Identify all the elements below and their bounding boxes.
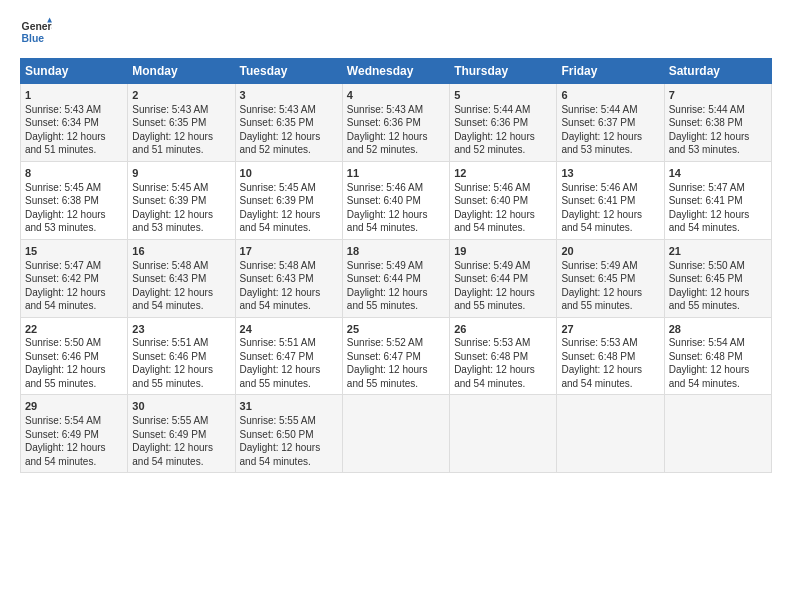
- day-info-line: Daylight: 12 hours: [25, 130, 123, 144]
- calendar-cell: 1Sunrise: 5:43 AMSunset: 6:34 PMDaylight…: [21, 84, 128, 162]
- calendar-cell: 30Sunrise: 5:55 AMSunset: 6:49 PMDayligh…: [128, 395, 235, 473]
- day-info-line: Sunset: 6:38 PM: [669, 116, 767, 130]
- day-info-line: Sunrise: 5:53 AM: [454, 336, 552, 350]
- day-info-line: Daylight: 12 hours: [132, 441, 230, 455]
- day-info-line: Sunrise: 5:46 AM: [347, 181, 445, 195]
- day-info-line: Sunset: 6:35 PM: [240, 116, 338, 130]
- day-info-line: Sunrise: 5:43 AM: [132, 103, 230, 117]
- day-info-line: Sunrise: 5:43 AM: [25, 103, 123, 117]
- day-info-line: and 54 minutes.: [669, 221, 767, 235]
- day-info-line: Sunset: 6:43 PM: [240, 272, 338, 286]
- calendar-cell: 26Sunrise: 5:53 AMSunset: 6:48 PMDayligh…: [450, 317, 557, 395]
- day-number: 8: [25, 166, 123, 181]
- day-info-line: Sunrise: 5:47 AM: [669, 181, 767, 195]
- calendar-cell: 23Sunrise: 5:51 AMSunset: 6:46 PMDayligh…: [128, 317, 235, 395]
- day-info-line: and 55 minutes.: [240, 377, 338, 391]
- calendar-cell: 12Sunrise: 5:46 AMSunset: 6:40 PMDayligh…: [450, 161, 557, 239]
- day-info-line: Sunset: 6:41 PM: [669, 194, 767, 208]
- calendar-cell: 11Sunrise: 5:46 AMSunset: 6:40 PMDayligh…: [342, 161, 449, 239]
- day-info-line: Sunrise: 5:49 AM: [561, 259, 659, 273]
- svg-text:General: General: [22, 21, 52, 32]
- day-number: 4: [347, 88, 445, 103]
- day-number: 14: [669, 166, 767, 181]
- calendar-cell: 9Sunrise: 5:45 AMSunset: 6:39 PMDaylight…: [128, 161, 235, 239]
- week-row-4: 29Sunrise: 5:54 AMSunset: 6:49 PMDayligh…: [21, 395, 772, 473]
- svg-marker-2: [47, 18, 52, 23]
- calendar-cell: 18Sunrise: 5:49 AMSunset: 6:44 PMDayligh…: [342, 239, 449, 317]
- day-number: 5: [454, 88, 552, 103]
- day-info-line: Sunset: 6:39 PM: [240, 194, 338, 208]
- day-info-line: Sunrise: 5:55 AM: [132, 414, 230, 428]
- day-number: 16: [132, 244, 230, 259]
- day-info-line: Daylight: 12 hours: [240, 130, 338, 144]
- day-info-line: Daylight: 12 hours: [132, 130, 230, 144]
- calendar-cell: 7Sunrise: 5:44 AMSunset: 6:38 PMDaylight…: [664, 84, 771, 162]
- day-number: 28: [669, 322, 767, 337]
- day-info-line: Sunrise: 5:54 AM: [25, 414, 123, 428]
- calendar-cell: 10Sunrise: 5:45 AMSunset: 6:39 PMDayligh…: [235, 161, 342, 239]
- day-number: 12: [454, 166, 552, 181]
- day-info-line: Sunset: 6:41 PM: [561, 194, 659, 208]
- day-info-line: Daylight: 12 hours: [240, 286, 338, 300]
- calendar-cell: 6Sunrise: 5:44 AMSunset: 6:37 PMDaylight…: [557, 84, 664, 162]
- day-number: 26: [454, 322, 552, 337]
- day-info-line: Sunrise: 5:47 AM: [25, 259, 123, 273]
- day-number: 15: [25, 244, 123, 259]
- day-info-line: Daylight: 12 hours: [561, 363, 659, 377]
- day-info-line: Sunset: 6:44 PM: [347, 272, 445, 286]
- day-info-line: Daylight: 12 hours: [132, 363, 230, 377]
- day-number: 6: [561, 88, 659, 103]
- day-info-line: Sunrise: 5:44 AM: [669, 103, 767, 117]
- calendar-cell: 3Sunrise: 5:43 AMSunset: 6:35 PMDaylight…: [235, 84, 342, 162]
- day-info-line: Sunset: 6:45 PM: [669, 272, 767, 286]
- day-info-line: and 52 minutes.: [454, 143, 552, 157]
- day-info-line: and 54 minutes.: [240, 455, 338, 469]
- day-info-line: Daylight: 12 hours: [454, 363, 552, 377]
- day-number: 30: [132, 399, 230, 414]
- day-number: 17: [240, 244, 338, 259]
- day-info-line: and 52 minutes.: [347, 143, 445, 157]
- day-info-line: Sunset: 6:39 PM: [132, 194, 230, 208]
- day-info-line: Sunrise: 5:43 AM: [347, 103, 445, 117]
- calendar-cell: 15Sunrise: 5:47 AMSunset: 6:42 PMDayligh…: [21, 239, 128, 317]
- day-info-line: Sunset: 6:47 PM: [240, 350, 338, 364]
- day-info-line: Sunset: 6:38 PM: [25, 194, 123, 208]
- day-number: 22: [25, 322, 123, 337]
- day-info-line: Sunrise: 5:44 AM: [454, 103, 552, 117]
- day-info-line: Daylight: 12 hours: [669, 286, 767, 300]
- day-info-line: and 55 minutes.: [132, 377, 230, 391]
- week-row-0: 1Sunrise: 5:43 AMSunset: 6:34 PMDaylight…: [21, 84, 772, 162]
- day-number: 19: [454, 244, 552, 259]
- calendar-cell: 16Sunrise: 5:48 AMSunset: 6:43 PMDayligh…: [128, 239, 235, 317]
- day-info-line: Sunset: 6:46 PM: [25, 350, 123, 364]
- calendar-cell: 21Sunrise: 5:50 AMSunset: 6:45 PMDayligh…: [664, 239, 771, 317]
- svg-text:Blue: Blue: [22, 33, 45, 44]
- day-info-line: Sunset: 6:40 PM: [347, 194, 445, 208]
- day-header-friday: Friday: [557, 59, 664, 84]
- day-number: 24: [240, 322, 338, 337]
- day-info-line: Daylight: 12 hours: [669, 208, 767, 222]
- day-info-line: Sunset: 6:49 PM: [25, 428, 123, 442]
- day-number: 10: [240, 166, 338, 181]
- day-info-line: Sunrise: 5:50 AM: [669, 259, 767, 273]
- day-number: 13: [561, 166, 659, 181]
- header: General Blue: [20, 16, 772, 48]
- day-info-line: Sunset: 6:36 PM: [347, 116, 445, 130]
- day-info-line: and 54 minutes.: [25, 455, 123, 469]
- day-number: 23: [132, 322, 230, 337]
- day-info-line: Daylight: 12 hours: [240, 441, 338, 455]
- day-info-line: Daylight: 12 hours: [669, 130, 767, 144]
- day-info-line: Sunset: 6:37 PM: [561, 116, 659, 130]
- day-info-line: and 55 minutes.: [347, 299, 445, 313]
- day-info-line: Sunrise: 5:46 AM: [561, 181, 659, 195]
- week-row-3: 22Sunrise: 5:50 AMSunset: 6:46 PMDayligh…: [21, 317, 772, 395]
- day-info-line: Sunrise: 5:45 AM: [240, 181, 338, 195]
- day-info-line: Daylight: 12 hours: [132, 208, 230, 222]
- day-info-line: Daylight: 12 hours: [347, 208, 445, 222]
- calendar-cell: 25Sunrise: 5:52 AMSunset: 6:47 PMDayligh…: [342, 317, 449, 395]
- day-info-line: Sunrise: 5:51 AM: [240, 336, 338, 350]
- day-header-tuesday: Tuesday: [235, 59, 342, 84]
- day-info-line: Sunrise: 5:44 AM: [561, 103, 659, 117]
- day-info-line: Sunrise: 5:53 AM: [561, 336, 659, 350]
- day-info-line: and 54 minutes.: [240, 299, 338, 313]
